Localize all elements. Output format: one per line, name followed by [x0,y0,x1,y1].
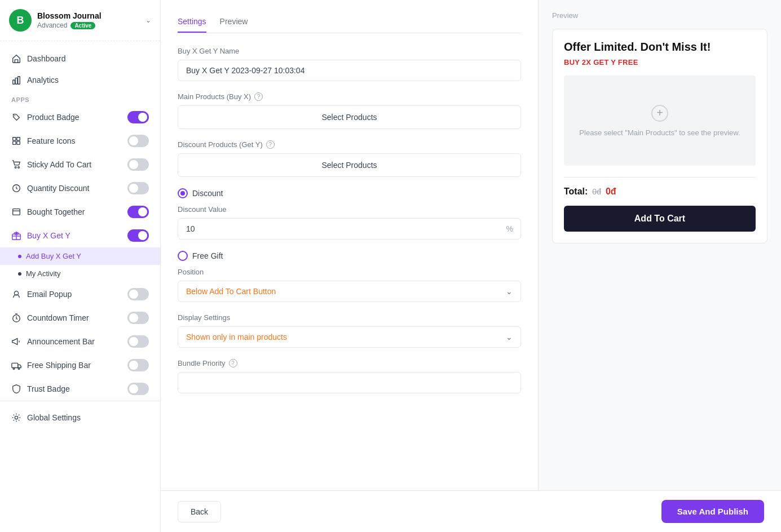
position-label: Position [178,268,521,276]
sidebar-item-buy-x-label: Buy X Get Y [27,231,70,240]
sidebar-item-bought-together[interactable]: Bought Together [0,200,160,224]
sidebar-item-announcement-bar[interactable]: Announcement Bar [0,330,160,353]
sidebar-item-trust-badge[interactable]: Trust Badge [0,377,160,401]
sidebar-item-product-badge-label: Product Badge [27,113,80,122]
buy-x-toggle[interactable] [127,229,149,242]
sidebar-item-sticky-label: Sticky Add To Cart [27,160,91,169]
preview-label: Preview [552,11,767,20]
sidebar-item-global-settings[interactable]: Global Settings [0,407,160,428]
sidebar-item-dashboard[interactable]: Dashboard [0,48,160,69]
svg-rect-11 [13,209,20,215]
sidebar-item-feature-icons[interactable]: Feature Icons [0,129,160,153]
chevron-down-icon[interactable]: ⌄ [145,16,151,24]
tabs-row: Settings Preview [178,0,521,33]
svg-rect-15 [12,363,18,367]
product-badge-toggle[interactable] [127,111,149,123]
sidebar-header: B Blossom Journal Advanced Active ⌄ [0,0,160,41]
feature-icons-toggle[interactable] [127,135,149,147]
quantity-toggle-wrap [127,182,149,194]
svg-point-8 [15,167,16,169]
name-input[interactable] [178,60,521,81]
email-toggle-wrap [127,288,149,300]
sidebar-item-feature-icons-label: Feature Icons [27,136,76,145]
email-icon [11,289,21,299]
sidebar-item-quantity-label: Quantity Discount [27,184,90,193]
bundle-priority-input[interactable] [178,372,521,393]
timer-icon [11,313,21,323]
bundle-priority-info-icon[interactable]: ? [229,359,237,367]
countdown-toggle[interactable] [127,312,149,324]
discount-products-info-icon[interactable]: ? [266,140,275,149]
sub-nav-add-buy-x-get-y[interactable]: Add Buy X Get Y [0,247,160,265]
tab-settings[interactable]: Settings [178,11,206,33]
sidebar-item-free-shipping-bar[interactable]: Free Shipping Bar [0,353,160,377]
discount-products-label: Discount Products (Get Y) ? [178,140,521,149]
svg-rect-7 [17,141,20,144]
bar-chart-icon [11,75,21,85]
sidebar-item-sticky-add-to-cart[interactable]: Sticky Add To Cart [0,153,160,176]
main-products-label: Main Products (Buy X) ? [178,92,521,101]
display-dropdown-arrow-icon: ⌄ [506,333,513,342]
bought-together-toggle[interactable] [127,206,149,218]
sub-dot-activity-icon [18,272,21,276]
preview-title: Offer Limited. Don't Miss It! [564,41,756,54]
free-gift-radio[interactable] [178,251,188,261]
position-dropdown[interactable]: Below Add To Cart Button ⌄ [178,281,521,302]
preview-total: Total: 0đ 0đ [564,187,756,197]
discount-radio[interactable] [178,188,188,198]
add-to-cart-button[interactable]: Add To Cart [564,206,756,232]
discount-products-btn[interactable]: Select Products [178,153,521,177]
back-button[interactable]: Back [178,501,221,522]
footer: Back Save And Publish [161,490,781,532]
discount-value-label: Discount Value [178,205,521,214]
plus-icon: + [651,105,668,122]
tab-preview[interactable]: Preview [220,11,248,33]
sidebar-item-product-badge[interactable]: Product Badge [0,105,160,129]
display-settings-dropdown[interactable]: Shown only in main products ⌄ [178,326,521,348]
sidebar-item-email-popup[interactable]: Email Popup [0,282,160,306]
sub-nav-my-activity[interactable]: My Activity [0,265,160,282]
svg-point-3 [14,115,15,116]
grid-icon [11,136,21,146]
display-settings-group: Display Settings Shown only in main prod… [178,313,521,348]
position-dropdown-arrow-icon: ⌄ [506,287,513,296]
quantity-toggle[interactable] [127,182,149,194]
bought-together-toggle-wrap [127,206,149,218]
sidebar-item-buy-x-get-y[interactable]: Buy X Get Y [0,224,160,247]
sub-nav-activity-label: My Activity [26,269,60,278]
announcement-toggle[interactable] [127,335,149,348]
shop-plan: Advanced [37,21,67,29]
svg-point-18 [15,416,17,419]
preview-divider [564,177,756,178]
email-toggle[interactable] [127,288,149,300]
discount-value-input[interactable] [178,218,521,240]
sidebar-item-countdown-timer[interactable]: Countdown Timer [0,306,160,330]
sidebar-item-trust-label: Trust Badge [27,384,70,393]
preview-subtitle: BUY 2X GET Y FREE [564,58,756,66]
preview-total-value: 0đ [606,187,616,197]
main-products-info-icon[interactable]: ? [254,92,263,101]
main-products-group: Main Products (Buy X) ? Select Products [178,92,521,129]
display-settings-label: Display Settings [178,313,521,322]
sticky-toggle[interactable] [127,158,149,171]
trust-toggle[interactable] [127,383,149,395]
discount-value-input-wrap: % [178,218,521,240]
name-label: Buy X Get Y Name [178,47,521,55]
main-products-btn[interactable]: Select Products [178,105,521,129]
svg-rect-0 [13,80,15,84]
sidebar-item-analytics[interactable]: Analytics [0,69,160,91]
sidebar-item-announcement-label: Announcement Bar [27,337,95,346]
main-content: Settings Preview Buy X Get Y Name Main P… [161,0,781,532]
svg-point-17 [18,368,20,370]
sidebar-header-info: Blossom Journal Advanced Active [37,11,140,29]
preview-placeholder: + Please select "Main Products" to see t… [564,76,756,166]
shop-name: Blossom Journal [37,11,140,20]
sidebar-item-quantity-discount[interactable]: Quantity Discount [0,176,160,200]
shipping-toggle-wrap [127,359,149,371]
home-icon [11,54,21,64]
shipping-toggle[interactable] [127,359,149,371]
announcement-toggle-wrap [127,335,149,348]
save-publish-button[interactable]: Save And Publish [661,500,764,523]
tag-icon [11,112,21,122]
discount-value-group: Discount Value % [178,205,521,240]
